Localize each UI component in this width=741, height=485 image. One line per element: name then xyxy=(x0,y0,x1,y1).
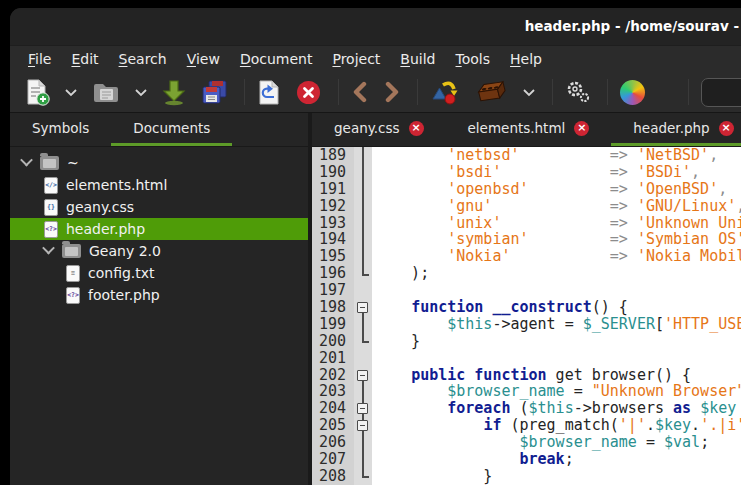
compile-button[interactable] xyxy=(430,78,460,106)
code-line[interactable]: 189 'netbsd' => 'NetBSD', xyxy=(312,147,741,164)
build-dropdown-button[interactable] xyxy=(522,88,536,97)
code-line[interactable]: 203 $browser_name = "Unknown Browser"; xyxy=(312,383,741,400)
code-line[interactable]: 199 $this->agent = $_SERVER['HTTP_USER_A… xyxy=(312,316,741,333)
code-text: 'unix' => 'Unknown Unix O xyxy=(372,215,741,232)
code-line[interactable]: 193 'unix' => 'Unknown Unix O xyxy=(312,215,741,232)
fold-margin xyxy=(354,333,372,350)
menu-document[interactable]: Document xyxy=(230,46,323,73)
tree-item-label: header.php xyxy=(66,221,145,237)
tree-item-geany-2-0[interactable]: Geany 2.0 xyxy=(10,240,308,262)
line-number: 195 xyxy=(312,248,354,265)
revert-button[interactable] xyxy=(257,79,281,106)
open-folder-icon xyxy=(92,80,120,104)
editor-tab-elements-html[interactable]: elements.html× xyxy=(446,113,612,146)
toolbar xyxy=(10,72,741,113)
line-number: 199 xyxy=(312,316,354,333)
editor-tab-header-php[interactable]: header.php× xyxy=(611,113,741,146)
code-line[interactable]: 194 'symbian' => 'Symbian OS', xyxy=(312,231,741,248)
save-button[interactable] xyxy=(162,79,186,106)
new-document-button[interactable] xyxy=(24,78,50,106)
run-button[interactable] xyxy=(565,79,591,105)
menu-build[interactable]: Build xyxy=(390,46,445,73)
expander-chevron-icon[interactable] xyxy=(20,153,33,166)
navigate-forward-button[interactable] xyxy=(383,81,401,103)
window-title: header.php - /home/sourav - xyxy=(525,8,739,45)
code-line[interactable]: 196 ); xyxy=(312,265,741,282)
code-line[interactable]: 201 xyxy=(312,350,741,367)
code-line[interactable]: 195 'Nokia' => 'Nokia Mobile', xyxy=(312,248,741,265)
folder-icon xyxy=(62,244,81,258)
code-line[interactable]: 207 break; xyxy=(312,451,741,468)
run-icon xyxy=(565,79,591,105)
menu-project[interactable]: Project xyxy=(322,46,390,73)
code-text: foreach ($this->browsers as $key => $v xyxy=(372,400,741,417)
compile-icon xyxy=(430,78,460,106)
code-line[interactable]: 190 'bsdi' => 'BSDi', xyxy=(312,164,741,181)
code-line[interactable]: 206 $browser_name = $val; xyxy=(312,434,741,451)
fold-toggle-icon[interactable] xyxy=(357,420,368,431)
tree-item-elements-html[interactable]: </>elements.html xyxy=(10,174,308,196)
navigate-back-button[interactable] xyxy=(351,81,369,103)
fold-margin xyxy=(354,215,372,232)
code-line[interactable]: 204 foreach ($this->browsers as $key => … xyxy=(312,400,741,417)
fold-toggle-icon[interactable] xyxy=(357,370,368,381)
menu-help[interactable]: Help xyxy=(500,46,552,73)
fold-toggle-icon[interactable] xyxy=(357,302,368,313)
tree-item-label: geany.css xyxy=(66,199,134,215)
search-entry[interactable] xyxy=(701,78,741,107)
code-area[interactable]: 189 'netbsd' => 'NetBSD',190 'bsdi' => '… xyxy=(312,147,741,485)
tree-item-~[interactable]: ~ xyxy=(10,152,308,174)
build-button[interactable] xyxy=(474,79,508,105)
toolbar-separator xyxy=(244,79,245,105)
code-line[interactable]: 208 } xyxy=(312,468,741,485)
expander-chevron-icon[interactable] xyxy=(42,241,55,254)
tree-item-label: ~ xyxy=(67,155,79,171)
tree-item-label: elements.html xyxy=(66,177,167,193)
code-text: $browser_name = "Unknown Browser"; xyxy=(372,383,741,400)
tree-item-geany-css[interactable]: {}geany.css xyxy=(10,196,308,218)
tree-item-config-txt[interactable]: ≡config.txt xyxy=(10,262,308,284)
code-line[interactable]: 205 if (preg_match('|'.$key.'.|i', $th xyxy=(312,417,741,434)
color-chooser-button[interactable] xyxy=(620,80,645,105)
code-line[interactable]: 191 'openbsd' => 'OpenBSD', xyxy=(312,181,741,198)
open-dropdown-button[interactable] xyxy=(134,88,148,97)
close-document-button[interactable] xyxy=(295,79,322,106)
line-number: 192 xyxy=(312,198,354,215)
menu-view[interactable]: View xyxy=(177,46,230,73)
fold-margin xyxy=(354,231,372,248)
fold-toggle-icon[interactable] xyxy=(357,403,368,414)
tab-close-icon[interactable]: × xyxy=(719,121,734,136)
code-text: break; xyxy=(372,451,741,468)
code-line[interactable]: 197 xyxy=(312,282,741,299)
new-dropdown-button[interactable] xyxy=(64,88,78,97)
menu-bar: FileEditSearchViewDocumentProjectBuildTo… xyxy=(10,45,741,72)
titlebar[interactable]: header.php - /home/sourav - xyxy=(10,8,741,45)
code-line[interactable]: 200 } xyxy=(312,333,741,350)
menu-edit[interactable]: Edit xyxy=(61,46,108,73)
editor-tab-geany-css[interactable]: geany.css× xyxy=(312,113,446,146)
code-line[interactable]: 192 'gnu' => 'GNU/Linux', xyxy=(312,198,741,215)
line-number: 200 xyxy=(312,333,354,350)
menu-file[interactable]: File xyxy=(18,46,61,73)
menu-tools[interactable]: Tools xyxy=(446,46,501,73)
code-line[interactable]: 198 function __construct() { xyxy=(312,299,741,316)
tree-item-header-php[interactable]: <?>header.php xyxy=(10,218,308,240)
sidebar-tab-symbols[interactable]: Symbols xyxy=(10,113,111,146)
tab-close-icon[interactable]: × xyxy=(409,121,424,136)
open-file-button[interactable] xyxy=(92,80,120,104)
tree-item-footer-php[interactable]: <?>footer.php xyxy=(10,284,308,306)
sidebar-tab-documents[interactable]: Documents xyxy=(111,113,232,146)
menu-search[interactable]: Search xyxy=(109,46,177,73)
fold-margin xyxy=(354,299,372,316)
documents-tree[interactable]: ~</>elements.html{}geany.css<?>header.ph… xyxy=(10,147,308,485)
editor-tabrow: geany.css×elements.html×header.php× xyxy=(312,113,741,147)
editor-pane: geany.css×elements.html×header.php× 189 … xyxy=(312,113,741,485)
toolbar-separator xyxy=(607,79,608,105)
code-line[interactable]: 202 public function get_browser() { xyxy=(312,367,741,384)
save-all-button[interactable] xyxy=(200,79,228,105)
html-file-icon: </> xyxy=(44,177,58,194)
tab-label: elements.html xyxy=(468,120,566,136)
code-text: ); xyxy=(372,265,741,282)
tab-close-icon[interactable]: × xyxy=(574,121,589,136)
tab-label: header.php xyxy=(633,120,709,136)
